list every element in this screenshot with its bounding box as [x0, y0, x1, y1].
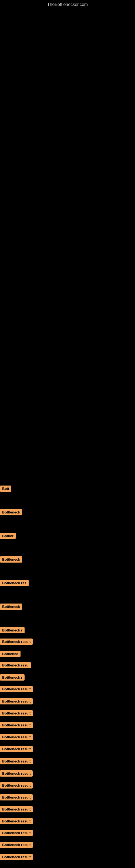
badge-1: Bott: [0, 486, 11, 492]
badge-7-label: Bottleneck r: [0, 627, 25, 633]
badge-9-label: Bottleneo: [0, 651, 20, 657]
badge-3-label: Bottler: [0, 533, 16, 539]
badge-23-label: Bottleneck result: [0, 818, 33, 824]
badge-24-label: Bottleneck result: [0, 830, 33, 836]
badge-22: Bottleneck result: [0, 806, 33, 813]
badge-25: Bottleneck result: [0, 842, 33, 848]
badge-5-label: Bottleneck res: [0, 580, 29, 586]
badge-13: Bottleneck result: [0, 698, 33, 705]
badge-12: Bottleneck result: [0, 686, 33, 693]
badge-3: Bottler: [0, 533, 16, 539]
badge-10: Bottleneck resu: [0, 662, 31, 669]
badge-14: Bottleneck result: [0, 710, 33, 717]
badge-16: Bottleneck result: [0, 734, 33, 741]
badge-4: Bottleneck: [0, 556, 22, 563]
badge-24: Bottleneck result: [0, 830, 33, 837]
badge-23: Bottleneck result: [0, 818, 33, 825]
badge-15-label: Bottleneck result: [0, 722, 33, 728]
badge-17: Bottleneck result: [0, 746, 33, 753]
badge-17-label: Bottleneck result: [0, 746, 33, 752]
badge-18-label: Bottleneck result: [0, 758, 33, 764]
site-title: TheBottlenecker.com: [0, 0, 135, 9]
badge-21: Bottleneck result: [0, 794, 33, 801]
badge-7: Bottleneck r: [0, 627, 25, 634]
badge-15: Bottleneck result: [0, 722, 33, 729]
badge-12-label: Bottleneck result: [0, 686, 33, 692]
badge-1-label: Bott: [0, 486, 11, 492]
badge-21-label: Bottleneck result: [0, 794, 33, 801]
badge-26-label: Bottleneck result: [0, 854, 33, 860]
badge-26: Bottleneck result: [0, 854, 33, 861]
badge-10-label: Bottleneck resu: [0, 662, 31, 669]
badge-13-label: Bottleneck result: [0, 698, 33, 705]
badge-20: Bottleneck result: [0, 782, 33, 789]
badge-5: Bottleneck res: [0, 580, 29, 587]
badge-14-label: Bottleneck result: [0, 710, 33, 716]
badge-4-label: Bottleneck: [0, 556, 22, 563]
badge-11-label: Bottleneck r: [0, 674, 25, 681]
badge-25-label: Bottleneck result: [0, 842, 33, 848]
badge-19: Bottleneck result: [0, 770, 33, 777]
badge-2: Bottleneck: [0, 509, 22, 516]
badge-11: Bottleneck r: [0, 674, 25, 681]
badge-6-label: Bottleneck: [0, 603, 22, 610]
badge-2-label: Bottleneck: [0, 509, 22, 516]
badge-19-label: Bottleneck result: [0, 770, 33, 777]
badge-8-label: Bottleneck result: [0, 639, 33, 645]
badge-8: Bottleneck result: [0, 639, 33, 645]
badge-6: Bottleneck: [0, 603, 22, 610]
badge-20-label: Bottleneck result: [0, 782, 33, 788]
badge-18: Bottleneck result: [0, 758, 33, 765]
badge-9: Bottleneo: [0, 651, 20, 657]
badge-22-label: Bottleneck result: [0, 806, 33, 812]
badge-16-label: Bottleneck result: [0, 734, 33, 740]
